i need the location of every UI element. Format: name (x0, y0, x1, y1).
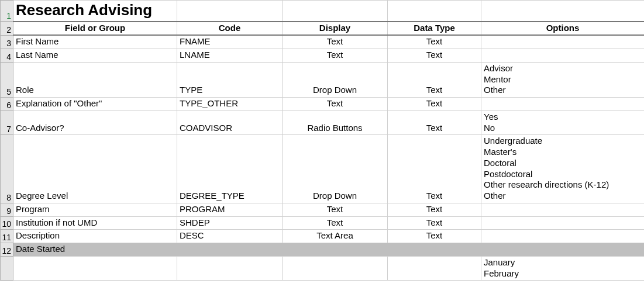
cell-options[interactable] (481, 49, 645, 63)
cell-display[interactable]: Text (283, 98, 388, 111)
cell-field[interactable]: Explanation of "Other" (13, 98, 177, 111)
cell-D1[interactable] (388, 1, 481, 22)
table-row[interactable]: 5 Role TYPE Drop Down Text Advisor Mento… (1, 62, 645, 97)
row-header[interactable]: 6 (1, 98, 13, 111)
cell-code[interactable]: DEGREE_TYPE (177, 135, 283, 203)
row-header[interactable]: 11 (1, 230, 13, 243)
table-row[interactable]: 4 Last Name LNAME Text Text (1, 49, 645, 63)
table-row[interactable]: 3 First Name FNAME Text Text (1, 35, 645, 49)
cell-datatype[interactable]: Text (388, 49, 481, 63)
header-display[interactable]: Display (283, 22, 388, 36)
cell-field[interactable]: Description (13, 230, 177, 243)
cell-options[interactable] (481, 230, 645, 243)
cell-options[interactable]: Undergraduate Master's Doctoral Postdoct… (481, 135, 645, 203)
section-row[interactable]: 12 Date Started (1, 243, 645, 257)
row-header[interactable]: 7 (1, 110, 13, 135)
table-row[interactable]: 11 Description DESC Text Area Text (1, 230, 645, 243)
cell-field[interactable]: Degree Level (13, 135, 177, 203)
cell-field[interactable]: Co-Advisor? (13, 110, 177, 135)
row-header[interactable]: 9 (1, 203, 13, 216)
row-header-2[interactable]: 2 (1, 22, 13, 36)
cell-datatype[interactable]: Text (388, 98, 481, 111)
cell-options[interactable] (481, 35, 645, 49)
cell-field[interactable]: Program (13, 203, 177, 216)
header-code[interactable]: Code (177, 22, 283, 36)
cell-options[interactable]: January February (481, 256, 645, 281)
table-row[interactable]: January February (1, 256, 645, 281)
row-2-header[interactable]: 2 Field or Group Code Display Data Type … (1, 22, 645, 36)
cell-code[interactable]: SHDEP (177, 216, 283, 230)
row-header-1[interactable]: 1 (1, 1, 13, 22)
cell-field[interactable]: Last Name (13, 49, 177, 63)
table-row[interactable]: 9 Program PROGRAM Text Text (1, 203, 645, 216)
cell-code[interactable]: COADVISOR (177, 110, 283, 135)
grid-table[interactable]: 1 Research Advising 2 Field or Group Cod… (0, 0, 644, 281)
row-header[interactable]: 4 (1, 49, 13, 63)
cell-display[interactable]: Radio Buttons (283, 110, 388, 135)
cell-datatype[interactable]: Text (388, 35, 481, 49)
header-datatype[interactable]: Data Type (388, 22, 481, 36)
row-header[interactable]: 5 (1, 62, 13, 97)
cell-C1[interactable] (283, 1, 388, 22)
section-label[interactable]: Date Started (13, 243, 645, 257)
title-cell[interactable]: Research Advising (13, 1, 177, 22)
row-header[interactable]: 12 (1, 243, 13, 257)
cell-options[interactable] (481, 216, 645, 230)
cell-field[interactable]: First Name (13, 35, 177, 49)
header-field[interactable]: Field or Group (13, 22, 177, 36)
cell-datatype[interactable]: Text (388, 110, 481, 135)
table-row[interactable]: 10 Institution if not UMD SHDEP Text Tex… (1, 216, 645, 230)
row-header[interactable]: 8 (1, 135, 13, 203)
table-row[interactable]: 7 Co-Advisor? COADVISOR Radio Buttons Te… (1, 110, 645, 135)
header-options[interactable]: Options (481, 22, 645, 36)
cell-display[interactable]: Drop Down (283, 62, 388, 97)
cell-datatype[interactable]: Text (388, 216, 481, 230)
cell-code[interactable] (177, 256, 283, 281)
cell-options[interactable] (481, 98, 645, 111)
cell-options[interactable] (481, 203, 645, 216)
cell-display[interactable]: Text Area (283, 230, 388, 243)
cell-display[interactable]: Text (283, 35, 388, 49)
cell-options[interactable]: Advisor Mentor Other (481, 62, 645, 97)
cell-display[interactable]: Text (283, 216, 388, 230)
cell-B1[interactable] (177, 1, 283, 22)
cell-options[interactable]: Yes No (481, 110, 645, 135)
cell-code[interactable]: DESC (177, 230, 283, 243)
spreadsheet-grid[interactable]: 1 Research Advising 2 Field or Group Cod… (0, 0, 644, 304)
cell-field[interactable]: Institution if not UMD (13, 216, 177, 230)
row-1[interactable]: 1 Research Advising (1, 1, 645, 22)
cell-field[interactable]: Role (13, 62, 177, 97)
cell-E1[interactable] (481, 1, 645, 22)
cell-display[interactable]: Drop Down (283, 135, 388, 203)
cell-code[interactable]: TYPE_OTHER (177, 98, 283, 111)
cell-display[interactable]: Text (283, 203, 388, 216)
table-row[interactable]: 6 Explanation of "Other" TYPE_OTHER Text… (1, 98, 645, 111)
row-header[interactable]: 3 (1, 35, 13, 49)
table-row[interactable]: 8 Degree Level DEGREE_TYPE Drop Down Tex… (1, 135, 645, 203)
row-header[interactable] (1, 256, 13, 281)
cell-code[interactable]: TYPE (177, 62, 283, 97)
cell-datatype[interactable] (388, 256, 481, 281)
cell-code[interactable]: PROGRAM (177, 203, 283, 216)
cell-field[interactable] (13, 256, 177, 281)
cell-datatype[interactable]: Text (388, 62, 481, 97)
row-header[interactable]: 10 (1, 216, 13, 230)
cell-datatype[interactable]: Text (388, 135, 481, 203)
cell-datatype[interactable]: Text (388, 203, 481, 216)
cell-display[interactable]: Text (283, 49, 388, 63)
cell-display[interactable] (283, 256, 388, 281)
cell-code[interactable]: LNAME (177, 49, 283, 63)
cell-datatype[interactable]: Text (388, 230, 481, 243)
cell-code[interactable]: FNAME (177, 35, 283, 49)
